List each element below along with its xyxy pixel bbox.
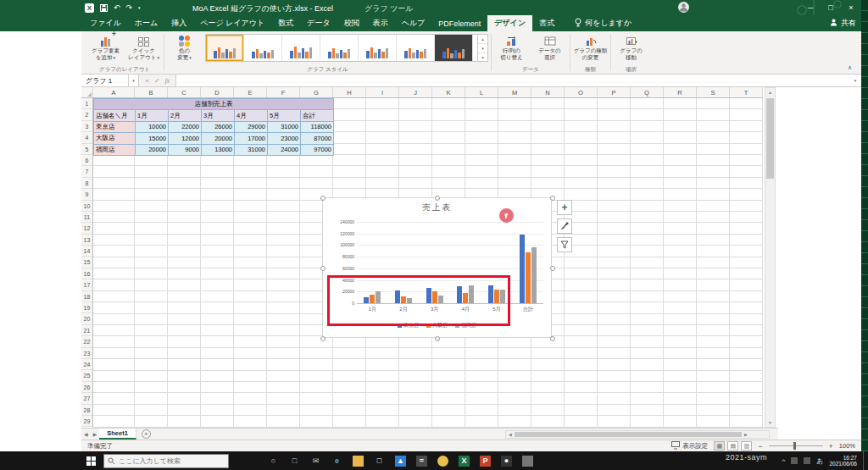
row-header-4[interactable]: 4 xyxy=(81,132,92,143)
column-header-I[interactable]: I xyxy=(366,87,399,97)
selection-handle[interactable] xyxy=(435,336,440,341)
selection-handle[interactable] xyxy=(550,336,555,341)
row-header-26[interactable]: 26 xyxy=(81,382,92,393)
calculator-icon[interactable]: = xyxy=(416,456,427,467)
tab-ページ レイアウト[interactable]: ページ レイアウト xyxy=(193,15,271,31)
table-value-cell[interactable]: 26000 xyxy=(202,122,235,133)
powerpoint-icon[interactable]: P xyxy=(480,456,491,467)
formula-input[interactable] xyxy=(175,75,849,86)
change-chart-type-button[interactable]: グラフの種類 の変更 xyxy=(571,31,609,64)
close-button[interactable]: × xyxy=(841,0,861,15)
excel-app-icon[interactable]: X xyxy=(85,3,94,13)
chart-style-5[interactable] xyxy=(359,35,397,61)
gallery-down-icon[interactable]: ▾ xyxy=(478,44,487,53)
table-value-cell[interactable]: 20000 xyxy=(202,133,235,144)
insert-function-icon[interactable]: fx xyxy=(164,77,170,85)
row-header-13[interactable]: 13 xyxy=(81,235,92,246)
row-header-25[interactable]: 25 xyxy=(81,370,92,381)
pinned-app-icon[interactable] xyxy=(522,456,533,467)
store-icon[interactable]: □ xyxy=(374,456,385,467)
table-value-cell[interactable]: 24000 xyxy=(268,145,301,156)
vertical-scrollbar[interactable]: ▲ ▼ xyxy=(765,87,776,428)
row-header-15[interactable]: 15 xyxy=(81,257,92,268)
row-header-1[interactable]: 1 xyxy=(81,98,92,109)
photos-icon[interactable]: ▲ xyxy=(395,456,406,467)
start-button[interactable] xyxy=(83,451,98,470)
scroll-right-icon[interactable]: ▶ xyxy=(742,432,750,437)
add-chart-element-button[interactable]: + グラフ要素 を追加 xyxy=(86,31,125,64)
mail-icon[interactable]: ✉ xyxy=(310,456,321,467)
table-value-cell[interactable]: 9000 xyxy=(169,145,202,156)
chart-elements-button[interactable]: + xyxy=(557,200,572,215)
change-colors-button[interactable]: 色の 変更 xyxy=(165,31,203,64)
row-header-9[interactable]: 9 xyxy=(81,189,92,200)
column-header-K[interactable]: K xyxy=(432,87,465,97)
table-value-cell[interactable]: 31000 xyxy=(268,122,301,133)
selection-handle[interactable] xyxy=(550,196,555,201)
name-box-dropdown-icon[interactable]: ▾ xyxy=(129,75,139,86)
table-value-cell[interactable]: 87000 xyxy=(301,133,334,144)
column-header-J[interactable]: J xyxy=(399,87,432,97)
edge-icon[interactable]: e xyxy=(331,456,342,467)
bar-東京店[interactable] xyxy=(520,235,525,303)
column-header-Q[interactable]: Q xyxy=(631,87,664,97)
table-header-cell[interactable]: 店舗名＼月 xyxy=(94,110,136,121)
tab-書式[interactable]: 書式 xyxy=(532,15,561,31)
zoom-out-icon[interactable]: − xyxy=(758,442,762,451)
sheet-nav-right-icon[interactable]: ▶ xyxy=(91,431,100,437)
table-value-cell[interactable]: 31000 xyxy=(235,145,268,156)
tab-表示[interactable]: 表示 xyxy=(366,15,395,31)
tray-status-icon[interactable] xyxy=(791,457,798,464)
table-header-cell[interactable]: 合計 xyxy=(301,110,334,121)
column-header-A[interactable]: A xyxy=(93,87,135,97)
save-icon[interactable] xyxy=(100,4,108,12)
chart-style-2[interactable] xyxy=(244,35,282,61)
collapse-ribbon-icon[interactable]: ∧ xyxy=(848,64,852,71)
row-header-10[interactable]: 10 xyxy=(81,201,92,212)
share-button[interactable]: 共有 xyxy=(830,15,856,31)
column-header-M[interactable]: M xyxy=(498,87,531,97)
switch-row-column-button[interactable]: 行/列の 切り替え xyxy=(492,31,531,64)
column-header-G[interactable]: G xyxy=(300,87,333,97)
table-header-cell[interactable]: 1月 xyxy=(136,110,169,121)
cortana-icon[interactable]: ○ xyxy=(268,456,279,467)
explorer-icon[interactable] xyxy=(353,456,364,467)
column-header-L[interactable]: L xyxy=(465,87,498,97)
cancel-icon[interactable]: × xyxy=(145,77,149,85)
gallery-scroll-controls[interactable]: ▴▾▾ xyxy=(478,34,488,62)
row-header-11[interactable]: 11 xyxy=(81,212,92,223)
selection-handle[interactable] xyxy=(550,266,555,271)
row-header-17[interactable]: 17 xyxy=(81,279,92,290)
zoom-slider[interactable] xyxy=(769,445,823,446)
table-value-cell[interactable]: 23000 xyxy=(268,133,301,144)
zoom-level[interactable]: 100% xyxy=(839,442,855,450)
table-store-cell[interactable]: 福岡店 xyxy=(94,145,136,156)
new-sheet-icon[interactable]: + xyxy=(142,429,151,439)
row-header-16[interactable]: 16 xyxy=(81,268,92,279)
undo-icon[interactable]: ↶ xyxy=(114,3,120,13)
table-value-cell[interactable]: 20000 xyxy=(136,145,169,156)
table-value-cell[interactable]: 15000 xyxy=(136,133,169,144)
minimize-button[interactable]: ─ xyxy=(800,0,821,15)
tab-デザイン[interactable]: デザイン xyxy=(487,15,532,31)
taskview-icon[interactable]: □ xyxy=(289,456,300,467)
page-layout-view-icon[interactable]: ▤ xyxy=(727,441,738,451)
browser-icon[interactable] xyxy=(437,456,448,467)
table-value-cell[interactable]: 118000 xyxy=(301,122,334,133)
row-header-8[interactable]: 8 xyxy=(81,178,92,189)
bar-福岡店[interactable] xyxy=(531,247,537,304)
row-header-23[interactable]: 23 xyxy=(81,348,92,359)
horizontal-scroll-thumb[interactable] xyxy=(515,432,742,437)
table-value-cell[interactable]: 10000 xyxy=(136,122,169,133)
table-value-cell[interactable]: 17000 xyxy=(235,133,268,144)
normal-view-icon[interactable]: ▦ xyxy=(714,441,725,451)
scroll-left-icon[interactable]: ◀ xyxy=(506,432,515,437)
tab-挿入[interactable]: 挿入 xyxy=(164,15,193,31)
maximize-button[interactable]: □ xyxy=(821,0,841,15)
sheet-tab-sheet1[interactable]: Sheet1 xyxy=(99,429,136,440)
tab-データ[interactable]: データ xyxy=(300,15,337,31)
row-header-19[interactable]: 19 xyxy=(81,302,92,313)
table-value-cell[interactable]: 29000 xyxy=(235,122,268,133)
vertical-scroll-thumb[interactable] xyxy=(766,98,774,179)
row-header-5[interactable]: 5 xyxy=(81,144,92,155)
